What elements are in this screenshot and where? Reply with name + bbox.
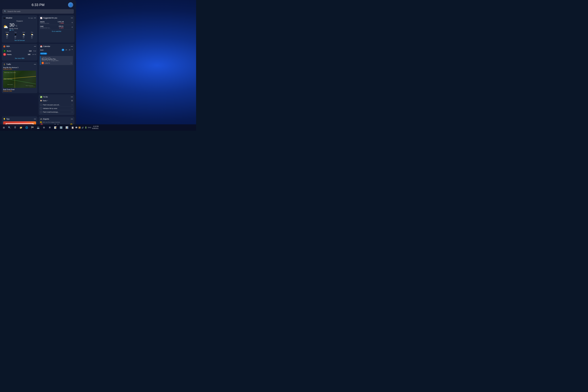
calendar-event[interactable]: 7:00 PM • 2 hrs Microsoft Suzhou Toa... … xyxy=(40,56,73,65)
todo-item-2[interactable]: Patch install bootstrapp... ☆ xyxy=(40,110,73,114)
traffic-icon: 🚦 xyxy=(3,63,5,66)
taskbar-left: ⊞ 🔍 🗓 📁 🌐 🏁 💻 ⚙ 🖥 📝 🔢 📊 📋 xyxy=(1,125,75,130)
stock-source-amzn: AMAZON.COM... xyxy=(40,23,50,24)
todo-item-1[interactable]: Validation file by name ☆ xyxy=(40,107,73,110)
nba-date: Jun 28 xyxy=(32,54,36,55)
volume-icon[interactable]: 🔊 xyxy=(81,126,84,129)
wechat-icon[interactable]: 💬 xyxy=(75,126,77,129)
bucks-logo: B xyxy=(3,50,6,52)
forecast-label-1: Tue xyxy=(11,32,19,33)
cal-event-title: Microsoft Suzhou Toa... xyxy=(42,58,72,60)
traffic-road1: Ang Mo Kio Avenue 3 xyxy=(3,67,36,68)
nba-more-link[interactable]: See more NBA xyxy=(3,58,36,59)
calendar-expand-icon[interactable]: ▼ xyxy=(71,49,73,51)
todo-text-0: Patch new,open,save,edi... xyxy=(43,104,60,106)
taskbar-edge-button[interactable]: 🌐 xyxy=(24,125,29,130)
weather-temp: 30 xyxy=(9,22,14,28)
forecast-hi-2: 31° xyxy=(20,36,28,37)
todo-header: ✅ To Do ••• xyxy=(40,96,73,98)
user-avatar[interactable]: 👤 xyxy=(68,2,73,8)
map-copyright: © 2021 TomTom xyxy=(29,86,35,87)
nba-team-bucks: B Bucks 113 Final xyxy=(3,49,36,53)
panel-header: 6:33 PM 👤 xyxy=(0,0,76,8)
todo-text-2: Patch install bootstrapp... xyxy=(43,111,59,113)
weather-full-forecast-link[interactable]: See full forecast xyxy=(3,40,36,41)
hawks-name: Hawks xyxy=(7,54,12,55)
forecast-icon-0: ⛅ xyxy=(3,33,11,36)
tips-icon: 💡 xyxy=(3,118,5,120)
todo-star-1[interactable]: ☆ xyxy=(71,108,73,110)
weather-location: Singapore xyxy=(3,20,36,22)
todo-widget: ✅ To Do ••• 🏠 Tasks ▾ ⊕ Patch new,open,s… xyxy=(39,94,74,115)
todo-star-0[interactable]: ☆ xyxy=(71,104,73,106)
todo-add-button[interactable]: ⊕ xyxy=(71,99,73,102)
nba-widget: 🏀 NBA ••• B Bucks 113 Final xyxy=(2,44,37,60)
taskbar-terminal-button[interactable]: 🖥 xyxy=(47,125,52,130)
map-label-serapong: Mount Serapong xyxy=(26,85,33,86)
search-bar[interactable]: 🔍 Search the web xyxy=(2,9,74,14)
taskbar: ⊞ 🔍 🗓 📁 🌐 🏁 💻 ⚙ 🖥 📝 🔢 📊 📋 💬 📶 🔊 🔋 ENG 6:… xyxy=(0,124,196,131)
todo-checkbox-0[interactable] xyxy=(40,104,42,106)
tasks-chevron[interactable]: ▾ xyxy=(47,100,48,101)
stock-add-gme[interactable]: ⊕ xyxy=(71,26,73,28)
esports-title: Esports xyxy=(43,118,49,120)
stocks-menu[interactable]: ••• xyxy=(71,17,73,19)
weather-title: Weather xyxy=(6,17,12,19)
calendar-event-badge: in 27 min xyxy=(40,52,47,54)
forecast-tue: Tue 🌧 29° 26° xyxy=(11,32,19,39)
taskbar-app1-button[interactable]: 📊 xyxy=(64,125,69,130)
todo-checkbox-2[interactable] xyxy=(40,111,42,113)
widgets-panel: 6:33 PM 👤 🔍 Search the web 🌤 Weather 6m … xyxy=(0,0,76,126)
todo-item-0[interactable]: Patch new,open,save,edi... ☆ xyxy=(40,103,73,107)
todo-checkbox-1[interactable] xyxy=(40,108,42,110)
todo-menu[interactable]: ••• xyxy=(71,96,73,98)
stocks-watchlist-link[interactable]: Go to watchlist xyxy=(40,30,73,32)
weather-main-icon: ⛅ xyxy=(3,24,8,29)
nba-menu[interactable]: ••• xyxy=(34,45,36,48)
stocks-header: 📈 Suggested for you ••• xyxy=(40,17,73,19)
taskbar-files-button[interactable]: 📁 xyxy=(18,125,23,130)
language-indicator[interactable]: ENG xyxy=(88,127,91,128)
taskbar-pc-button[interactable]: 💻 xyxy=(35,125,41,130)
cal-day-28[interactable]: 28 xyxy=(61,49,64,51)
taskbar-settings-button[interactable]: ⚙ xyxy=(41,125,46,130)
map-road-v xyxy=(15,71,15,88)
traffic-road2: Bukit Timah Road xyxy=(3,89,36,90)
stock-add-amzn[interactable]: ⊕ xyxy=(71,22,73,24)
cal-attendee: L Lukas Hu ↻ xyxy=(42,62,72,64)
stock-price-amzn: 3,401.46 xyxy=(58,21,64,22)
weather-forecast: Today ⛅ 32° 26° Tue 🌧 29° 26° Wed ⛅ 31° … xyxy=(3,32,36,39)
todo-icon: ✅ xyxy=(40,96,42,98)
forecast-lo-0: 26° xyxy=(3,37,11,39)
calendar-menu[interactable]: ••• xyxy=(71,45,73,48)
traffic-menu[interactable]: ••• xyxy=(34,63,36,66)
weather-menu[interactable]: ••• xyxy=(34,17,36,19)
weather-main: ⛅ 30 °C Mostly cloudy 💧 22% xyxy=(3,22,36,31)
tips-menu[interactable]: ••• xyxy=(34,118,36,120)
taskbar-vscode-button[interactable]: 📝 xyxy=(53,125,58,130)
traffic-map: © 2021 TomTom Marina Bay Cruise Centre B… xyxy=(3,71,36,88)
calendar-header: 📅 Calendar ••• xyxy=(40,45,73,48)
calendar-nav: June 28 29 30 ▼ xyxy=(40,49,73,51)
taskbar-search-button[interactable]: 🔍 xyxy=(7,125,12,130)
forecast-icon-2: ⛅ xyxy=(20,33,28,36)
battery-icon[interactable]: 🔋 xyxy=(85,126,87,129)
esports-menu[interactable]: ••• xyxy=(71,118,73,120)
taskbar-calc-button[interactable]: 🔢 xyxy=(58,125,64,130)
calendar-refresh-icon[interactable]: ↻ xyxy=(71,62,72,64)
traffic-widget: 🚦 Traffic ••• Ang Mo Kio Avenue 3 Modera… xyxy=(2,62,37,93)
cal-day-29[interactable]: 29 xyxy=(65,49,68,51)
todo-star-2[interactable]: ☆ xyxy=(71,111,73,113)
bucks-name: Bucks xyxy=(7,50,11,52)
taskbar-start-button[interactable]: ⊞ xyxy=(1,125,6,130)
taskbar-windows-button[interactable]: 🏁 xyxy=(30,125,35,130)
calendar-widget: 📅 Calendar ••• June 28 29 30 ▼ in 27 min… xyxy=(39,44,74,93)
taskbar-app2-button[interactable]: 📋 xyxy=(70,125,75,130)
cal-day-30[interactable]: 30 xyxy=(68,49,71,51)
network-icon[interactable]: 📶 xyxy=(78,126,81,129)
tips-title: Tips xyxy=(6,118,9,120)
forecast-label-2: Wed xyxy=(20,32,28,33)
taskbar-widgets-button[interactable]: 🗓 xyxy=(13,125,18,130)
weather-desc: Mostly cloudy xyxy=(9,28,18,29)
taskbar-clock[interactable]: 6:33 PM 6/28/2021 xyxy=(92,126,99,130)
